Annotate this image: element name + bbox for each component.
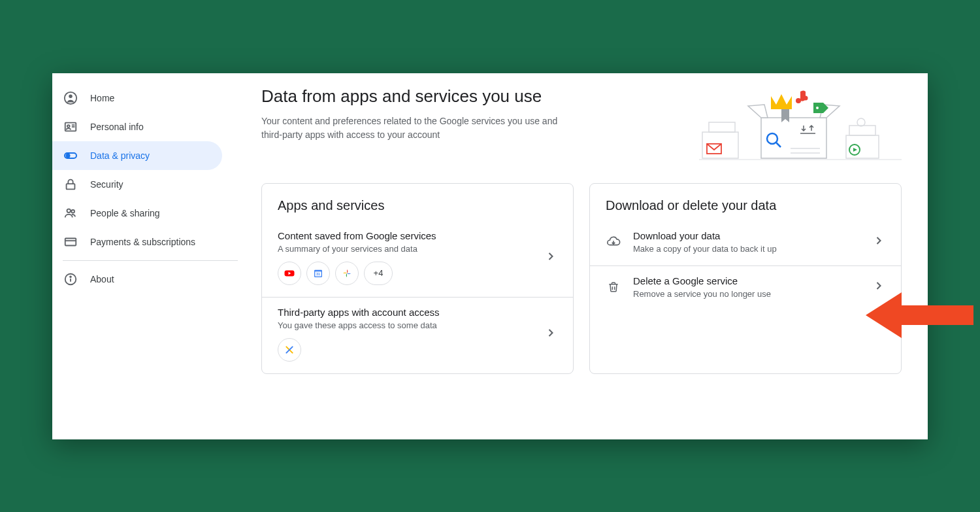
sidebar-item-label: Payments & subscriptions [90, 237, 195, 247]
people-icon [63, 205, 78, 221]
row-subtitle: You gave these apps access to some data [278, 320, 544, 330]
svg-point-7 [67, 154, 70, 157]
photos-icon [335, 262, 359, 285]
row-subtitle: Make a copy of your data to back it up [633, 244, 872, 254]
header-illustration [699, 86, 902, 165]
delete-google-service-row[interactable]: Delete a Google service Remove a service… [590, 265, 901, 311]
info-icon [63, 271, 78, 287]
sidebar-item-payments[interactable]: Payments & subscriptions [52, 228, 222, 256]
page-title: Data from apps and services you use [261, 86, 679, 107]
cross-app-icon [278, 338, 301, 362]
svg-rect-19 [761, 118, 826, 158]
svg-point-30 [857, 118, 865, 126]
svg-point-9 [67, 209, 71, 213]
service-chips: 31 +4 [278, 262, 544, 285]
row-title: Content saved from Google services [278, 230, 544, 241]
chevron-right-icon [544, 326, 557, 342]
third-party-apps-row[interactable]: Third-party apps with account access You… [262, 297, 573, 373]
row-subtitle: A summary of your services and data [278, 244, 544, 254]
svg-point-20 [796, 98, 801, 103]
chevron-right-icon [544, 250, 557, 265]
download-your-data-row[interactable]: Download your data Make a copy of your d… [590, 221, 901, 265]
svg-line-24 [776, 143, 781, 147]
sidebar-item-security[interactable]: Security [52, 170, 222, 199]
svg-rect-17 [709, 122, 735, 132]
sidebar-item-data-privacy[interactable]: Data & privacy [52, 141, 222, 170]
trash-icon [606, 279, 621, 295]
service-chips [278, 338, 544, 362]
lock-icon [63, 177, 78, 192]
svg-point-22 [816, 107, 819, 109]
row-title: Download your data [633, 230, 872, 241]
sidebar-item-label: Data & privacy [90, 150, 150, 161]
cards-row: Apps and services Content saved from Goo… [261, 183, 902, 374]
sidebar-item-home[interactable]: Home [52, 84, 222, 112]
svg-point-1 [69, 94, 73, 98]
card-title: Apps and services [262, 184, 573, 221]
calendar-icon: 31 [306, 262, 330, 285]
sidebar-item-label: People & sharing [90, 208, 160, 218]
toggle-icon [63, 148, 78, 163]
youtube-icon [278, 262, 301, 285]
sidebar-item-about[interactable]: About [52, 265, 222, 294]
page-subtitle: Your content and preferences related to … [261, 114, 562, 142]
sidebar-item-label: Personal info [90, 122, 144, 132]
sidebar-item-people-sharing[interactable]: People & sharing [52, 199, 222, 228]
sidebar-divider [63, 260, 238, 261]
badge-icon [63, 119, 78, 135]
download-delete-card: Download or delete your data Download yo… [589, 183, 902, 374]
apps-services-card: Apps and services Content saved from Goo… [261, 183, 574, 374]
chevron-right-icon [872, 234, 885, 250]
svg-text:31: 31 [316, 271, 320, 275]
content-saved-row[interactable]: Content saved from Google services A sum… [262, 221, 573, 297]
chevron-right-icon [872, 279, 885, 295]
sidebar: Home Personal info Data & privacy Securi… [52, 73, 248, 439]
more-chip[interactable]: +4 [364, 262, 393, 285]
sidebar-item-label: About [90, 274, 114, 284]
settings-window: Home Personal info Data & privacy Securi… [52, 73, 928, 439]
sidebar-item-personal-info[interactable]: Personal info [52, 112, 222, 141]
row-title: Third-party apps with account access [278, 307, 544, 318]
svg-rect-11 [65, 238, 76, 245]
cloud-download-icon [606, 234, 621, 250]
svg-point-10 [71, 209, 74, 213]
card-icon [63, 234, 78, 250]
svg-point-3 [67, 125, 70, 128]
svg-point-21 [804, 95, 808, 100]
svg-point-23 [767, 133, 777, 144]
header-row: Data from apps and services you use Your… [261, 86, 902, 165]
sidebar-item-label: Home [90, 93, 114, 103]
main-content: Data from apps and services you use Your… [248, 73, 928, 439]
row-title: Delete a Google service [633, 275, 872, 286]
account-circle-icon [63, 90, 78, 106]
svg-point-15 [70, 276, 71, 277]
row-subtitle: Remove a service you no longer use [633, 289, 872, 299]
svg-rect-29 [849, 126, 875, 135]
svg-rect-8 [67, 184, 75, 189]
sidebar-item-label: Security [90, 179, 123, 190]
card-title: Download or delete your data [590, 184, 901, 221]
